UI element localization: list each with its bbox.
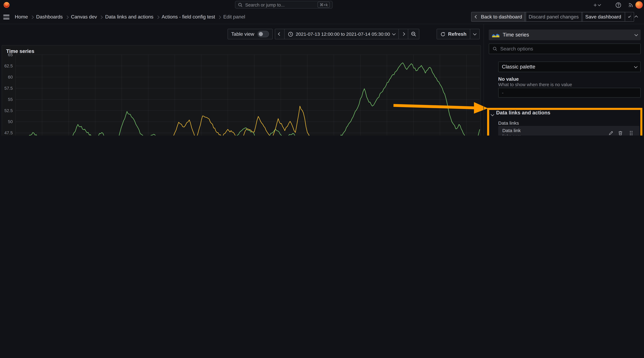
trash-icon: [618, 130, 623, 136]
refresh-button-group: Refresh: [436, 29, 480, 39]
chevron-down-icon: [634, 65, 638, 68]
breadcrumb: Home Dashboards Canvas dev Data links an…: [15, 10, 245, 24]
edit-data-link-button[interactable]: [608, 130, 614, 136]
time-range-picker: 2021-07-13 12:00:00 to 2021-07-14 05:30:…: [275, 29, 419, 39]
arrow-left-icon: [475, 15, 478, 18]
no-value-title: No value: [498, 76, 519, 82]
breadcrumb-separator-icon: [65, 15, 68, 19]
y-axis-tick: 55: [8, 97, 13, 102]
chevron-down-icon: [392, 32, 396, 35]
y-axis-tick: 57.5: [4, 86, 13, 91]
search-icon: [238, 2, 243, 7]
y-axis-tick: 65: [8, 52, 13, 57]
table-view-label: Table view: [231, 31, 254, 37]
save-dashboard-button[interactable]: Save dashboard: [581, 12, 625, 22]
chevron-down-icon: [634, 33, 638, 36]
chevron-down-icon: [628, 15, 631, 18]
y-axis-tick: 47.5: [4, 130, 13, 135]
section-collapse-icon[interactable]: [491, 111, 494, 117]
breadcrumb-item-data-links[interactable]: Data links and actions: [105, 14, 154, 20]
table-view-toggle[interactable]: [258, 31, 269, 37]
menu-toggle-icon[interactable]: [3, 15, 10, 19]
delete-data-link-button[interactable]: [618, 130, 623, 136]
pencil-icon: [608, 130, 614, 136]
grafana-edit-panel-page: Search or jump to... ⌘+k Home Dashboards…: [0, 0, 644, 136]
chevron-up-icon: [634, 15, 638, 19]
no-value-desc: What to show when there is no value: [498, 82, 572, 87]
breadcrumb-bar: Home Dashboards Canvas dev Data links an…: [0, 10, 644, 24]
breadcrumb-item-dashboards[interactable]: Dashboards: [36, 14, 63, 20]
breadcrumb-separator-icon: [99, 15, 103, 19]
avatar[interactable]: [636, 1, 643, 9]
arrow-left-icon: [278, 32, 282, 36]
y-axis-tick: 60: [8, 75, 13, 79]
shortcut-badge: ⌘+k: [318, 2, 330, 8]
breadcrumb-separator-icon: [156, 15, 159, 19]
search-icon: [492, 46, 498, 51]
breadcrumb-item-edit-panel: Edit panel: [223, 14, 245, 20]
grip-icon: [629, 130, 633, 136]
grafana-logo-icon[interactable]: [3, 1, 10, 9]
table-view-toggle-group: Table view: [228, 29, 273, 39]
data-link-title: Data link: [502, 128, 521, 133]
series-line-A-series: [16, 63, 480, 136]
time-shift-back-button[interactable]: [275, 29, 285, 39]
discard-panel-changes-button[interactable]: Discard panel changes: [524, 12, 583, 22]
breadcrumb-item-home[interactable]: Home: [15, 14, 28, 20]
breadcrumb-item-canvas-dev[interactable]: Canvas dev: [71, 14, 97, 20]
data-link-drag-handle[interactable]: [629, 130, 633, 136]
new-menu-button[interactable]: [593, 2, 600, 8]
arrow-right-icon: [402, 32, 405, 36]
data-link-url: links.com: [502, 134, 521, 136]
y-axis-tick: 62.5: [4, 63, 13, 68]
global-search-input[interactable]: Search or jump to... ⌘+k: [235, 1, 333, 8]
help-button[interactable]: [614, 2, 622, 8]
top-navbar: Search or jump to... ⌘+k: [0, 0, 644, 10]
time-series-panel: Time series 6562.56057.55552.55047.54542…: [2, 45, 481, 136]
visualization-picker[interactable]: Time series: [489, 29, 641, 40]
viz-name: Time series: [503, 32, 529, 38]
data-links-section-title[interactable]: Data links and actions: [496, 110, 550, 116]
chevron-down-icon: [473, 32, 476, 35]
time-shift-forward-button[interactable]: [399, 29, 408, 39]
save-dashboard-split-button: Save dashboard: [581, 12, 634, 22]
y-axis-tick: 52.5: [4, 108, 13, 113]
chevron-down-icon: [598, 3, 601, 6]
clock-icon: [288, 31, 293, 37]
back-to-dashboard-button[interactable]: Back to dashboard: [471, 12, 526, 22]
timeseries-viz-icon: [492, 32, 500, 37]
color-palette-select[interactable]: Classic palette: [498, 61, 641, 72]
time-range-button[interactable]: 2021-07-13 12:00:00 to 2021-07-14 05:30:…: [285, 29, 399, 39]
no-value-input[interactable]: [498, 88, 641, 98]
refresh-label: Refresh: [448, 31, 466, 37]
zoom-out-icon: [410, 31, 416, 37]
breadcrumb-separator-icon: [217, 15, 221, 19]
breadcrumb-item-actions-test[interactable]: Actions - field config test: [162, 14, 215, 20]
refresh-icon: [440, 31, 446, 37]
zoom-out-button[interactable]: [408, 29, 419, 39]
refresh-button[interactable]: Refresh: [437, 29, 470, 39]
data-link-card[interactable]: Data link links.com: [498, 126, 640, 136]
divider: [484, 24, 484, 136]
news-rss-button[interactable]: [627, 2, 635, 8]
data-links-label: Data links: [498, 121, 519, 126]
search-options-input[interactable]: Search options: [489, 43, 641, 54]
time-range-value: 2021-07-13 12:00:00 to 2021-07-14 05:30:…: [296, 31, 390, 36]
time-series-chart[interactable]: 6562.56057.55552.55047.54542.54037.512:0…: [2, 45, 480, 136]
refresh-interval-dropdown[interactable]: [470, 29, 479, 39]
save-dashboard-dropdown[interactable]: [625, 12, 634, 22]
collapse-header-button[interactable]: [635, 14, 638, 20]
breadcrumb-separator-icon: [30, 15, 34, 19]
search-options-placeholder: Search options: [500, 46, 533, 52]
divider: [631, 13, 631, 21]
y-axis-tick: 50: [8, 119, 13, 124]
search-placeholder: Search or jump to...: [245, 2, 318, 7]
